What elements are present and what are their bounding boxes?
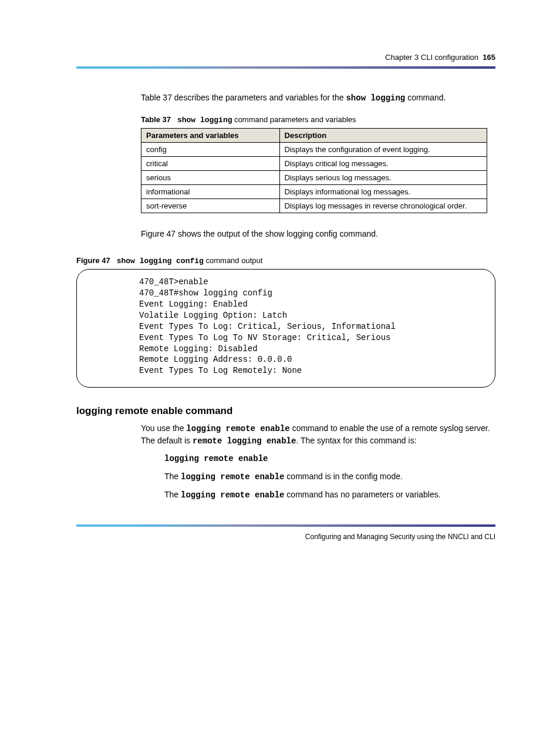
- table-row: informationalDisplays informational log …: [141, 184, 487, 198]
- running-head-text: Chapter 3 CLI configuration: [385, 53, 478, 62]
- section-line-2: The logging remote enable command is in …: [164, 471, 495, 483]
- section-paragraph-1: You use the logging remote enable comman…: [141, 423, 495, 447]
- footer-text: Configuring and Managing Security using …: [76, 533, 495, 541]
- table37: Parameters and variables Description con…: [141, 128, 487, 213]
- table37-caption: Table 37 show logging command parameters…: [141, 115, 495, 124]
- section-heading: logging remote enable command: [76, 405, 495, 417]
- table-row: sort-reverseDisplays log messages in rev…: [141, 198, 487, 213]
- th-param: Parameters and variables: [141, 128, 280, 142]
- bottom-divider: [76, 524, 495, 527]
- th-desc: Description: [279, 128, 487, 142]
- table-row: seriousDisplays serious log messages.: [141, 170, 487, 184]
- table-row: criticalDisplays critical log messages.: [141, 156, 487, 170]
- figure-ref-text: Figure 47 shows the output of the show l…: [141, 228, 495, 240]
- figure47-output: 470_48T>enable 470_48T#show logging conf…: [76, 269, 495, 388]
- table-ref-link[interactable]: Table 37: [141, 93, 172, 102]
- syntax-line: logging remote enable: [164, 453, 495, 465]
- figure47-caption: Figure 47 show logging config command ou…: [76, 256, 495, 265]
- table-header-row: Parameters and variables Description: [141, 128, 487, 142]
- table-row: configDisplays the configuration of even…: [141, 142, 487, 156]
- top-divider: [76, 66, 495, 69]
- intro-paragraph: Table 37 describes the parameters and va…: [141, 92, 495, 105]
- section-line-3: The logging remote enable command has no…: [164, 489, 495, 502]
- cmd-show-logging: show logging: [346, 93, 405, 103]
- page-number: 165: [483, 53, 495, 62]
